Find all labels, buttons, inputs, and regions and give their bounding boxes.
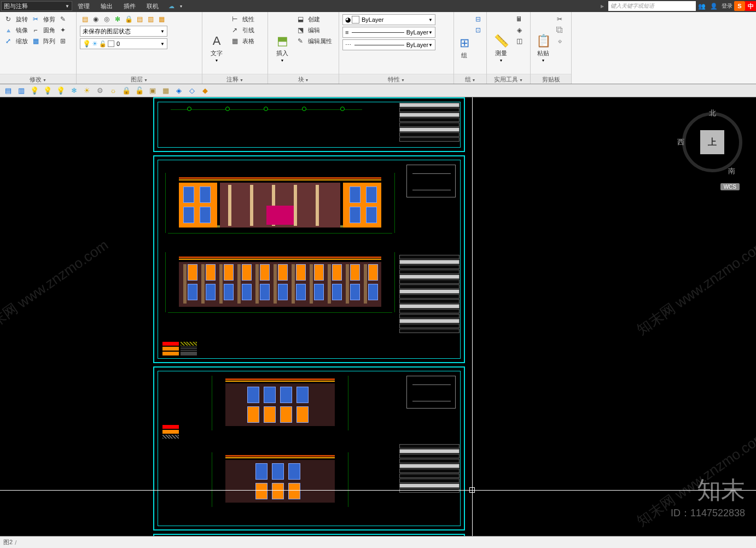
tab-scroll-icon[interactable]: / [15,539,16,546]
panel-label-layers[interactable]: 图层▼ [77,74,202,84]
group-edit-icon[interactable]: ⊡ [473,25,483,35]
freeze-icon[interactable]: ❄ [69,86,79,96]
layer-prev-icon[interactable]: ▦ [156,14,166,24]
match-prop-icon[interactable]: ⟐ [555,36,565,46]
color-dropdown[interactable]: ◕ ByLayer ▼ [342,14,435,25]
cloud-icon[interactable]: ☁ [168,3,175,10]
edit-attr-icon[interactable]: ✎ [295,36,305,46]
user-icon[interactable]: 👤 [709,1,719,11]
rotate-button[interactable]: 旋转 [14,15,30,24]
sun2-icon[interactable]: ☼ [108,86,118,96]
menu-output[interactable]: 输出 [95,2,118,10]
leader-button[interactable]: 引线 [241,26,256,34]
viewcube[interactable]: 上 北 西 南 [679,109,745,175]
linear-button[interactable]: 线性 [241,15,256,24]
scale-button[interactable]: 缩放 [14,37,30,45]
ime-lang-icon[interactable]: 中 [745,1,756,11]
dropdown-icon[interactable]: ▶ [597,1,607,11]
select-icon[interactable]: ◫ [514,36,524,46]
copy-icon[interactable]: ⿻ [555,25,565,35]
lineweight-dropdown[interactable]: ≡ ByLayer ▼ [342,27,435,38]
menu-manage[interactable]: 管理 [72,2,95,10]
viewcube-ring[interactable] [682,112,742,172]
sun-icon[interactable]: ☀ [82,86,92,96]
layers-stack2-icon[interactable]: ▥ [16,86,26,96]
fillet-icon[interactable]: ⌐ [31,25,40,35]
scale-icon[interactable]: ⤢ [3,36,13,46]
layers-stack-icon[interactable]: ▤ [3,86,13,96]
array-icon[interactable]: ▦ [31,36,40,46]
trim-button[interactable]: 修剪 [42,15,57,24]
insert-button[interactable]: ⬒ 插入 ▼ [271,14,293,81]
viewcube-south[interactable]: 南 [728,166,735,176]
measure-button[interactable]: 📏 测量 ▼ [490,14,512,81]
group-button[interactable]: ⊞ 组 [457,14,471,81]
menu-plugin[interactable]: 插件 [118,2,141,10]
search-input[interactable]: 键入关键字或短语 [608,1,696,11]
leader-icon[interactable]: ↗ [230,25,240,35]
gear-icon[interactable]: ⚙ [95,86,105,96]
fillet-button[interactable]: 圆角 [42,26,57,34]
sogou-ime-icon[interactable]: S [734,1,745,11]
layer-lock-icon[interactable]: 🔒 [124,14,133,24]
linetype-dropdown[interactable]: ⋯ ByLayer ▼ [342,39,435,50]
table-button[interactable]: 表格 [241,37,256,45]
layer-states-icon[interactable]: ▤ [135,14,144,24]
create-block-icon[interactable]: ⬓ [295,14,305,24]
viewcube-west[interactable]: 西 [677,137,684,147]
chevron-down-icon[interactable]: ▾ [175,4,188,9]
mirror-button[interactable]: 镜像 [14,26,30,34]
stretch-icon[interactable]: ⊞ [58,36,68,46]
panel-label-annotate[interactable]: 注释▼ [202,74,267,84]
mirror-icon[interactable]: ⟁ [3,25,13,35]
unlock-icon[interactable]: 🔓 [135,86,144,96]
layer-iso-icon[interactable]: ◎ [102,14,112,24]
layer-properties-icon[interactable]: ▤ [80,14,90,24]
layout-tab[interactable]: 图2 [3,538,13,546]
ungroup-icon[interactable]: ⊟ [473,14,483,24]
edit-block-icon[interactable]: ⬔ [295,25,305,35]
lightbulb-on-icon[interactable]: 💡 [30,86,39,96]
rotate-icon[interactable]: ↻ [3,14,13,24]
chevron-down-icon: ▼ [499,59,503,62]
lightbulb2-icon[interactable]: 💡 [56,86,66,96]
viewcube-north[interactable]: 北 [709,108,716,118]
edit-attr-button[interactable]: 编辑属性 [306,37,334,45]
explode-icon[interactable]: ✦ [58,25,68,35]
current-layer-dropdown[interactable]: 💡 ☀ 🔓 0 ▼ [80,38,167,49]
layer-match-icon[interactable]: ▥ [146,14,155,24]
pencil-icon[interactable]: ✎ [58,14,68,24]
cut-icon[interactable]: ✂ [555,14,565,24]
linear-dim-icon[interactable]: ⊢ [230,14,240,24]
layer-stack4-icon[interactable]: ◇ [187,86,197,96]
panel-label-block[interactable]: 块▼ [268,74,339,84]
create-button[interactable]: 创建 [306,15,322,24]
lock-icon[interactable]: 🔒 [121,86,131,96]
layer-walk-icon[interactable]: ▣ [148,86,158,96]
wcs-badge[interactable]: WCS [720,183,740,190]
layer-off-icon[interactable]: ◉ [91,14,101,24]
point-icon[interactable]: ◈ [514,25,524,35]
text-button[interactable]: A 文字 ▼ [206,14,228,81]
calculator-icon[interactable]: 🖩 [514,14,524,24]
layer-stack3-icon[interactable]: ◈ [174,86,184,96]
layer-delete-icon[interactable]: ◆ [200,86,210,96]
layer-merge-icon[interactable]: ▦ [161,86,171,96]
table-icon[interactable]: ▦ [230,36,240,46]
menu-online[interactable]: 联机 [141,2,164,10]
edit-button[interactable]: 编辑 [306,26,322,34]
array-button[interactable]: 阵列 [42,37,57,45]
trim-icon[interactable]: ✂ [31,14,40,24]
login-button[interactable]: 登录 [720,2,734,10]
workspace-selector[interactable]: 图与注释 ▼ [1,1,72,11]
people-icon[interactable]: 👥 [697,1,707,11]
panel-label-utilities[interactable]: 实用工具▼ [487,74,530,84]
layer-state-dropdown[interactable]: 未保存的图层状态 ▼ [80,26,167,37]
lightbulb-off-icon[interactable]: 💡 [43,86,53,96]
panel-label-properties[interactable]: 特性▼ [339,74,453,84]
panel-label-group[interactable]: 组▼ [454,74,486,84]
panel-label-modify[interactable]: 修改▼ [0,74,76,84]
drawing-canvas[interactable]: 知末网 www.znzmo.com 知末网 www.znzmo.com 知末网 … [0,97,756,536]
paste-button[interactable]: 📋 粘贴 ▼ [534,14,553,81]
layer-freeze-icon[interactable]: ✻ [113,14,123,24]
